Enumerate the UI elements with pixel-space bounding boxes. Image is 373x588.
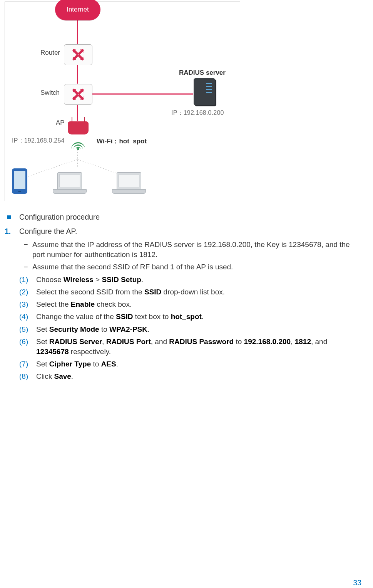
substep-text: Select the Enable check box.: [36, 299, 361, 309]
ap-label: AP: [56, 119, 65, 127]
internet-cloud-icon: Internet: [55, 0, 100, 20]
step-number: 1.: [5, 227, 19, 236]
substep-text: Set Security Mode to WPA2-PSK.: [36, 324, 361, 334]
laptop-icon: [53, 172, 87, 194]
substep-text: Click Save.: [36, 371, 361, 381]
laptop-icon: [112, 172, 146, 194]
substep: (5) Set Security Mode to WPA2-PSK.: [5, 324, 361, 334]
section-heading: Configuration procedure: [5, 213, 361, 222]
substep: (2) Select the second SSID from the SSID…: [5, 287, 361, 297]
router-icon: [64, 44, 92, 65]
radius-title: RADIUS server: [179, 69, 226, 77]
radius-server-icon: [194, 78, 215, 105]
substep: (4) Change the value of the SSID text bo…: [5, 312, 361, 322]
ap-ip-label: IP：192.168.0.254: [12, 137, 65, 145]
substep-number: (1): [19, 275, 36, 285]
wifi-ssid-label: Wi-Fi：hot_spot: [97, 137, 147, 146]
substep: (1) Choose Wireless > SSID Setup.: [5, 275, 361, 285]
substep-number: (2): [19, 287, 36, 297]
substep-number: (8): [19, 371, 36, 381]
square-bullet-icon: [7, 215, 11, 219]
substep-text: Choose Wireless > SSID Setup.: [36, 275, 361, 285]
page-number: 33: [353, 578, 361, 587]
substep-text: Set RADIUS Server, RADIUS Port, and RADI…: [36, 337, 361, 357]
substep: (7) Set Cipher Type to AES.: [5, 359, 361, 369]
ap-icon: [68, 121, 89, 134]
substep: (6) Set RADIUS Server, RADIUS Port, and …: [5, 337, 361, 357]
substep-number: (6): [19, 337, 36, 347]
switch-label: Switch: [40, 89, 60, 97]
substep-number: (5): [19, 324, 36, 334]
assumption-item: − Assume that the second SSID of RF band…: [5, 262, 361, 272]
wifi-icon: [70, 138, 86, 149]
switch-icon: [64, 84, 92, 105]
dash-bullet: −: [19, 262, 32, 272]
step-title: Configure the AP.: [19, 227, 77, 236]
assumption-text: Assume that the IP address of the RADIUS…: [32, 240, 361, 260]
dash-bullet: −: [19, 240, 32, 250]
substep-number: (4): [19, 312, 36, 322]
substep-text: Change the value of the SSID text box to…: [36, 312, 361, 322]
assumption-text: Assume that the second SSID of RF band 1…: [32, 262, 361, 272]
substep-number: (7): [19, 359, 36, 369]
client-devices: [12, 168, 146, 194]
section-title: Configuration procedure: [19, 213, 100, 222]
substep-number: (3): [19, 299, 36, 309]
substep-text: Select the second SSID from the SSID dro…: [36, 287, 361, 297]
substep: (8) Click Save.: [5, 371, 361, 381]
step-1-heading: 1. Configure the AP.: [5, 227, 361, 236]
phone-icon: [12, 168, 27, 194]
internet-label: Internet: [55, 0, 100, 20]
substep: (3) Select the Enable check box.: [5, 299, 361, 309]
radius-ip-label: IP：192.168.0.200: [171, 109, 224, 117]
network-diagram: Internet Router Switch RADIUS server IP：…: [5, 2, 240, 201]
router-label: Router: [40, 49, 60, 57]
assumption-item: − Assume that the IP address of the RADI…: [5, 240, 361, 260]
substep-text: Set Cipher Type to AES.: [36, 359, 361, 369]
